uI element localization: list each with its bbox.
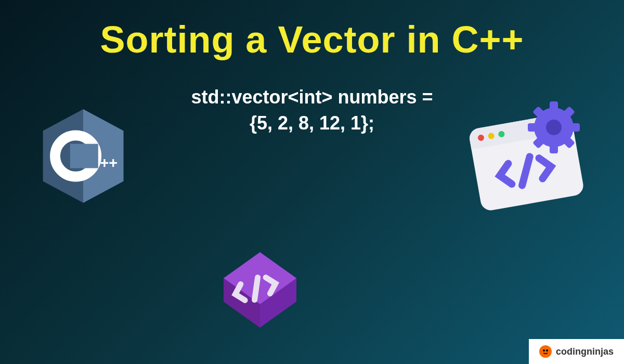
svg-rect-20 (569, 123, 580, 132)
svg-point-25 (546, 120, 562, 135)
svg-point-27 (546, 349, 548, 352)
page-title: Sorting a Vector in C++ (0, 0, 624, 61)
browser-code-gear-icon (452, 99, 598, 244)
svg-rect-18 (550, 143, 558, 153)
svg-text:++: ++ (100, 154, 118, 171)
code-diamond-icon (203, 239, 317, 343)
svg-rect-17 (550, 101, 558, 112)
brand-name: codingninjas (556, 346, 614, 357)
svg-rect-3 (70, 144, 98, 168)
brand-badge: codingninjas (529, 339, 624, 364)
svg-rect-19 (528, 123, 538, 132)
brand-logo-icon (539, 345, 552, 358)
cpp-logo-icon: ++ (36, 104, 130, 208)
svg-point-26 (543, 349, 545, 352)
